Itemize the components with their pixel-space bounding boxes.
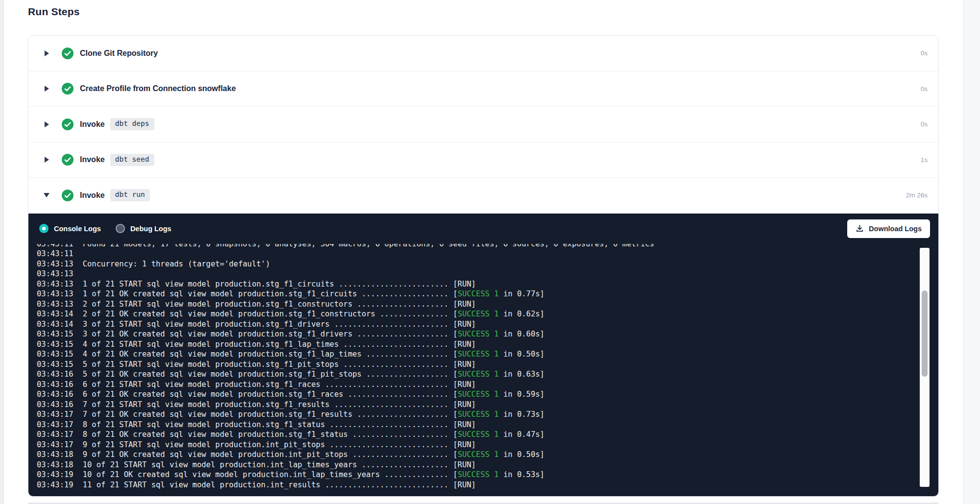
console-logs-radio[interactable]: Console Logs — [39, 224, 101, 233]
page-title: Run Steps — [28, 6, 80, 18]
step-duration: 1s — [921, 156, 928, 164]
log-line: 03:43:178 of 21 OK created sql view mode… — [37, 430, 909, 440]
left-page-edge — [0, 0, 4, 504]
step-label: Create Profile from Connection snowflake — [80, 84, 236, 93]
log-line: 03:43:167 of 21 START sql view model pro… — [37, 400, 909, 410]
chevron-right-icon[interactable] — [43, 157, 50, 163]
radio-selected-icon — [39, 224, 49, 233]
run-step-row[interactable]: Invoke dbt run 2m 26s — [28, 178, 938, 214]
right-page-edge — [963, 0, 980, 504]
download-icon — [856, 224, 864, 233]
step-duration: 0s — [921, 120, 928, 128]
log-scrollbar-thumb[interactable] — [922, 290, 928, 377]
step-duration: 2m 26s — [906, 192, 928, 199]
log-line: 03:43:166 of 21 START sql view model pro… — [37, 380, 909, 390]
log-line: 03:43:131 of 21 OK created sql view mode… — [37, 289, 909, 299]
run-step-row[interactable]: Invoke dbt deps 0s — [28, 107, 938, 143]
log-line: 03:43:178 of 21 START sql view model pro… — [37, 420, 909, 430]
download-logs-label: Download Logs — [869, 225, 922, 233]
log-line: 03:43:13 — [37, 269, 909, 279]
step-label: Invoke — [80, 155, 105, 164]
chevron-right-icon[interactable] — [43, 50, 50, 56]
console-logs-label: Console Logs — [54, 225, 101, 233]
log-line: 03:43:11 — [37, 249, 909, 259]
run-step-row[interactable]: Clone Git Repository 0s — [28, 36, 938, 72]
log-line: 03:43:165 of 21 OK created sql view mode… — [37, 369, 909, 380]
step-command-badge: dbt deps — [110, 118, 154, 130]
log-line: 03:43:154 of 21 START sql view model pro… — [37, 339, 909, 350]
radio-unselected-icon — [116, 224, 125, 233]
log-line: 03:43:132 of 21 START sql view model pro… — [37, 299, 909, 310]
log-line: 03:43:13Concurrency: 1 threads (target='… — [37, 259, 909, 269]
log-line: 03:43:11Found 21 models, 17 tests, 0 sna… — [37, 244, 909, 249]
log-line: 03:43:142 of 21 OK created sql view mode… — [37, 309, 909, 319]
success-check-icon — [62, 119, 74, 130]
log-scrollbar-track[interactable] — [920, 248, 930, 487]
log-line: 03:43:131 of 21 START sql view model pro… — [37, 279, 909, 289]
log-panel: Console Logs Debug Logs Download Logs 03… — [28, 214, 938, 496]
run-steps-card: Clone Git Repository 0s Create Profile f… — [28, 35, 939, 497]
log-line: 03:43:1911 of 21 START sql view model pr… — [37, 480, 909, 490]
step-duration: 0s — [921, 49, 928, 57]
success-check-icon — [62, 83, 74, 95]
log-line: 03:43:154 of 21 OK created sql view mode… — [37, 349, 909, 360]
step-command-badge: dbt run — [110, 189, 150, 201]
run-steps-list: Clone Git Repository 0s Create Profile f… — [28, 36, 938, 214]
log-line: 03:43:155 of 21 START sql view model pro… — [37, 360, 909, 370]
log-line: 03:43:143 of 21 START sql view model pro… — [37, 319, 909, 330]
step-label: Clone Git Repository — [80, 49, 158, 58]
log-line: 03:43:166 of 21 OK created sql view mode… — [37, 389, 909, 400]
log-panel-header: Console Logs Debug Logs Download Logs — [28, 214, 938, 244]
chevron-right-icon[interactable] — [43, 121, 50, 127]
step-command-badge: dbt seed — [110, 154, 154, 166]
success-check-icon — [62, 154, 74, 166]
chevron-right-icon[interactable] — [43, 86, 50, 92]
log-line: 03:43:1910 of 21 OK created sql view mod… — [37, 470, 909, 480]
log-line: 03:43:189 of 21 OK created sql view mode… — [37, 450, 909, 460]
download-logs-button[interactable]: Download Logs — [847, 219, 930, 238]
debug-logs-label: Debug Logs — [130, 225, 172, 233]
log-line: 03:43:153 of 21 OK created sql view mode… — [37, 329, 909, 339]
run-step-row[interactable]: Create Profile from Connection snowflake… — [28, 72, 938, 107]
console-log-output: 03:43:11Found 21 models, 17 tests, 0 sna… — [28, 244, 938, 496]
success-check-icon — [62, 48, 74, 59]
step-duration: 0s — [921, 85, 928, 93]
log-line: 03:43:1810 of 21 START sql view model pr… — [37, 460, 909, 470]
log-line: 03:43:177 of 21 OK created sql view mode… — [37, 409, 909, 420]
log-line: 03:43:179 of 21 START sql view model pro… — [37, 440, 909, 450]
log-lines: 03:43:11Found 21 models, 17 tests, 0 sna… — [37, 244, 909, 490]
step-label: Invoke — [80, 191, 105, 200]
success-check-icon — [62, 190, 74, 201]
debug-logs-radio[interactable]: Debug Logs — [116, 224, 172, 233]
run-step-row[interactable]: Invoke dbt seed 1s — [28, 143, 938, 178]
step-label: Invoke — [80, 120, 105, 129]
chevron-down-icon[interactable] — [43, 193, 50, 197]
